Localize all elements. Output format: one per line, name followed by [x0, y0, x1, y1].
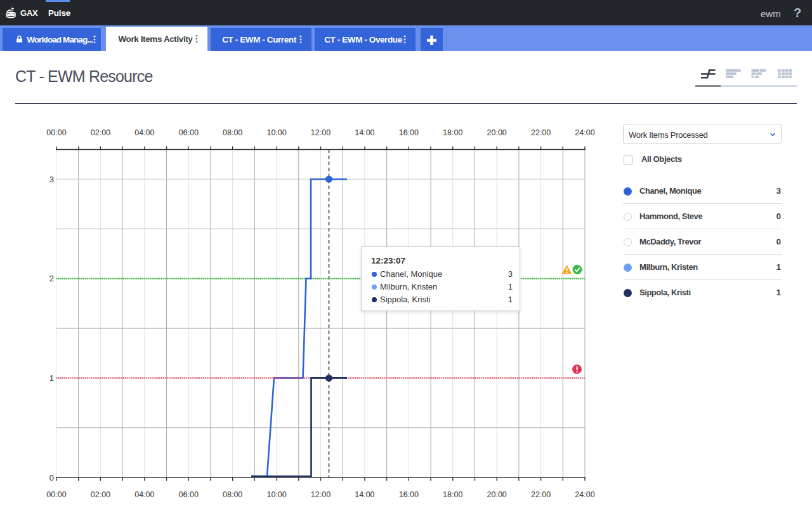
svg-text:08:00: 08:00 [223, 490, 242, 499]
svg-text:02:00: 02:00 [91, 490, 110, 499]
svg-text:24:00: 24:00 [575, 490, 594, 499]
svg-text:12:00: 12:00 [311, 128, 331, 137]
svg-text:04:00: 04:00 [134, 128, 154, 137]
svg-text:02:00: 02:00 [91, 128, 110, 137]
svg-text:18:00: 18:00 [443, 128, 462, 137]
svg-text:16:00: 16:00 [399, 490, 419, 499]
svg-text:18:00: 18:00 [443, 490, 462, 499]
svg-text:06:00: 06:00 [179, 128, 199, 137]
svg-text:16:00: 16:00 [399, 128, 419, 137]
svg-text:14:00: 14:00 [355, 128, 374, 137]
svg-text:1: 1 [49, 373, 54, 383]
svg-text:12:00: 12:00 [311, 490, 331, 499]
svg-text:24:00: 24:00 [575, 128, 594, 137]
svg-text:10:00: 10:00 [266, 490, 286, 499]
svg-text:22:00: 22:00 [531, 128, 551, 137]
svg-text:08:00: 08:00 [223, 128, 242, 137]
svg-text:00:00: 00:00 [46, 490, 66, 499]
svg-text:22:00: 22:00 [531, 490, 551, 499]
svg-text:00:00: 00:00 [46, 128, 66, 137]
svg-text:20:00: 20:00 [487, 128, 507, 137]
svg-text:04:00: 04:00 [134, 490, 154, 499]
svg-text:0: 0 [49, 473, 54, 483]
svg-text:3: 3 [49, 175, 54, 184]
svg-text:14:00: 14:00 [355, 490, 374, 499]
svg-text:20:00: 20:00 [487, 490, 507, 499]
svg-text:06:00: 06:00 [179, 490, 199, 499]
svg-text:10:00: 10:00 [266, 128, 286, 137]
svg-text:2: 2 [49, 274, 54, 283]
